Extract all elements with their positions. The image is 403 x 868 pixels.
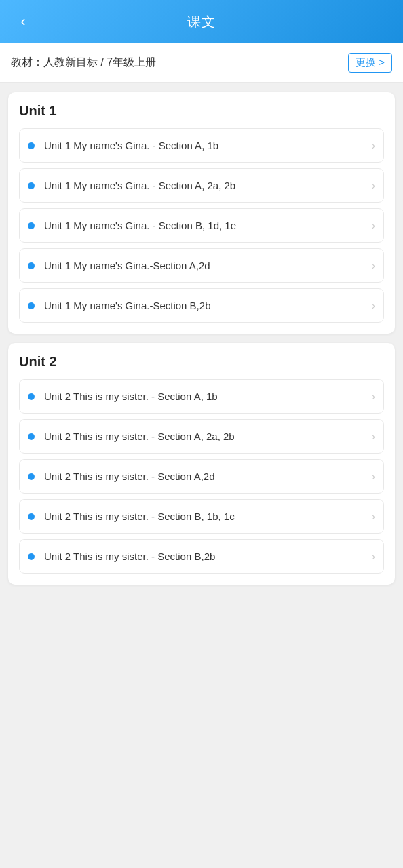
lesson-dot-icon xyxy=(28,553,35,560)
lesson-label: Unit 1 My name's Gina.-Section A,2d xyxy=(44,258,366,273)
lesson-label: Unit 2 This is my sister. - Section A, 1… xyxy=(44,389,366,403)
switch-button[interactable]: 更换 > xyxy=(348,53,392,73)
chevron-right-icon: › xyxy=(372,551,375,563)
chevron-right-icon: › xyxy=(372,431,375,443)
lesson-dot-icon xyxy=(28,262,35,269)
lesson-item-u2l4[interactable]: Unit 2 This is my sister. - Section B, 1… xyxy=(19,499,384,534)
back-icon: ‹ xyxy=(20,13,25,31)
lesson-label: Unit 1 My name's Gina. - Section A, 2a, … xyxy=(44,178,366,193)
chevron-right-icon: › xyxy=(372,220,375,232)
textbook-label: 教材：人教新目标 / 7年级上册 xyxy=(11,56,156,70)
page-title: 课文 xyxy=(187,13,216,31)
toolbar: 教材：人教新目标 / 7年级上册 更换 > xyxy=(0,43,403,83)
lesson-dot-icon xyxy=(28,513,35,520)
unit-card-unit1: Unit 1Unit 1 My name's Gina. - Section A… xyxy=(8,92,395,334)
lesson-dot-icon xyxy=(28,433,35,440)
chevron-right-icon: › xyxy=(372,140,375,152)
lesson-dot-icon xyxy=(28,222,35,229)
lesson-item-u2l1[interactable]: Unit 2 This is my sister. - Section A, 1… xyxy=(19,379,384,414)
lesson-dot-icon xyxy=(28,473,35,480)
lesson-label: Unit 1 My name's Gina. - Section B, 1d, … xyxy=(44,218,366,233)
chevron-right-icon: › xyxy=(372,260,375,272)
lesson-label: Unit 1 My name's Gina.-Section B,2b xyxy=(44,298,366,313)
lesson-dot-icon xyxy=(28,302,35,309)
content-area: Unit 1Unit 1 My name's Gina. - Section A… xyxy=(0,83,403,594)
lesson-item-u2l2[interactable]: Unit 2 This is my sister. - Section A, 2… xyxy=(19,419,384,454)
chevron-right-icon: › xyxy=(372,391,375,403)
lesson-list-unit2: Unit 2 This is my sister. - Section A, 1… xyxy=(19,379,384,574)
lesson-item-u2l3[interactable]: Unit 2 This is my sister. - Section A,2d… xyxy=(19,459,384,494)
lesson-label: Unit 2 This is my sister. - Section B, 1… xyxy=(44,509,366,524)
lesson-item-u1l2[interactable]: Unit 1 My name's Gina. - Section A, 2a, … xyxy=(19,168,384,203)
lesson-dot-icon xyxy=(28,142,35,149)
lesson-item-u1l4[interactable]: Unit 1 My name's Gina.-Section A,2d› xyxy=(19,248,384,283)
lesson-item-u1l5[interactable]: Unit 1 My name's Gina.-Section B,2b› xyxy=(19,288,384,323)
chevron-right-icon: › xyxy=(372,300,375,312)
lesson-label: Unit 1 My name's Gina. - Section A, 1b xyxy=(44,138,366,153)
unit-title-unit2: Unit 2 xyxy=(19,354,384,370)
unit-title-unit1: Unit 1 xyxy=(19,103,384,119)
chevron-right-icon: › xyxy=(372,180,375,192)
lesson-label: Unit 2 This is my sister. - Section A,2d xyxy=(44,469,366,484)
back-button[interactable]: ‹ xyxy=(11,9,35,34)
chevron-right-icon: › xyxy=(372,511,375,523)
chevron-right-icon: › xyxy=(372,471,375,483)
lesson-item-u1l3[interactable]: Unit 1 My name's Gina. - Section B, 1d, … xyxy=(19,208,384,243)
lesson-list-unit1: Unit 1 My name's Gina. - Section A, 1b›U… xyxy=(19,128,384,323)
lesson-dot-icon xyxy=(28,182,35,189)
header: ‹ 课文 xyxy=(0,0,403,43)
unit-card-unit2: Unit 2Unit 2 This is my sister. - Sectio… xyxy=(8,343,395,585)
lesson-item-u1l1[interactable]: Unit 1 My name's Gina. - Section A, 1b› xyxy=(19,128,384,163)
lesson-label: Unit 2 This is my sister. - Section A, 2… xyxy=(44,429,366,443)
lesson-item-u2l5[interactable]: Unit 2 This is my sister. - Section B,2b… xyxy=(19,539,384,574)
lesson-dot-icon xyxy=(28,393,35,400)
lesson-label: Unit 2 This is my sister. - Section B,2b xyxy=(44,549,366,564)
